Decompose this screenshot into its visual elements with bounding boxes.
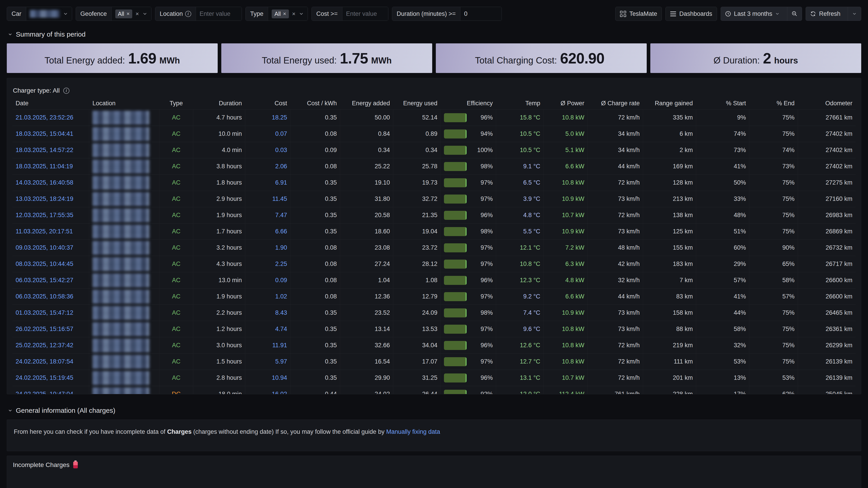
charge-date-link[interactable]: 06.03.2025, 10:58:36: [12, 289, 89, 304]
col-header-charge-rate[interactable]: Ø Charge rate: [588, 97, 643, 109]
charge-date-link[interactable]: 26.02.2025, 15:16:57: [12, 321, 89, 337]
charge-date-link[interactable]: 18.03.2025, 15:04:41: [12, 126, 89, 142]
refresh-button[interactable]: Refresh: [806, 7, 844, 21]
charge-date-link[interactable]: 21.03.2025, 23:52:26: [12, 109, 89, 126]
odometer-cell: 26600 km: [798, 289, 856, 304]
charge-date-link[interactable]: 14.03.2025, 16:40:58: [12, 175, 89, 191]
table-row: 12.03.2025, 17:55:35 AC 1.9 hours 7.47 0…: [12, 207, 856, 223]
car-select[interactable]: [26, 7, 72, 21]
charge-date-link[interactable]: 12.03.2025, 17:55:35: [12, 207, 89, 223]
cost-link[interactable]: 2.06: [245, 158, 290, 174]
energy-used-cell: 26.44: [393, 386, 441, 394]
efficiency-value: 97%: [480, 293, 493, 300]
col-header-temp[interactable]: Temp: [496, 97, 544, 109]
cost-link[interactable]: 0.09: [245, 272, 290, 288]
col-header-range-gained[interactable]: Range gained: [643, 97, 696, 109]
col-header-cost[interactable]: Cost: [245, 97, 290, 109]
info-icon[interactable]: i: [63, 88, 69, 94]
clear-icon[interactable]: ×: [135, 11, 139, 17]
cost-link[interactable]: 0.07: [245, 126, 290, 142]
geofence-tag[interactable]: All×: [115, 9, 132, 18]
pct-start-cell: 50%: [696, 175, 749, 191]
cost-link[interactable]: 1.90: [245, 240, 290, 256]
charge-date-link[interactable]: 18.03.2025, 11:04:19: [12, 158, 89, 174]
col-header-energy-added[interactable]: Energy added: [340, 97, 393, 109]
cost-link[interactable]: 11.91: [245, 337, 290, 353]
cost-link[interactable]: 5.97: [245, 354, 290, 369]
charge-date-link[interactable]: 09.03.2025, 10:40:37: [12, 240, 89, 256]
cost-link[interactable]: 18.25: [245, 109, 290, 126]
charge-date-link[interactable]: 08.03.2025, 10:44:45: [12, 256, 89, 272]
duration-input[interactable]: [464, 10, 498, 18]
avg-power-cell: 10.8 kW: [544, 109, 588, 126]
cost-link[interactable]: 7.47: [245, 207, 290, 223]
location-input[interactable]: [199, 10, 238, 18]
col-header-power[interactable]: Ø Power: [544, 97, 588, 109]
duration-cell: 2.2 hours: [193, 305, 245, 321]
charge-date-link[interactable]: 06.03.2025, 15:42:27: [12, 272, 89, 288]
cost-link[interactable]: 10.94: [245, 370, 290, 386]
general-section-header[interactable]: General information (All charges): [8, 406, 861, 415]
avg-power-cell: 6.3 kW: [544, 256, 588, 272]
charge-rate-cell: 42 km/h: [588, 256, 643, 272]
location-redacted-blur: [92, 322, 149, 336]
clear-icon[interactable]: ×: [292, 11, 296, 17]
tag-remove-icon[interactable]: ×: [283, 11, 286, 17]
col-header-date[interactable]: Date: [12, 97, 89, 109]
summary-section-header[interactable]: Summary of this period: [8, 30, 861, 39]
type-select[interactable]: All× ×: [268, 7, 308, 21]
col-header-type[interactable]: Type: [159, 97, 193, 109]
efficiency-value: 98%: [480, 228, 493, 235]
time-range-button[interactable]: Last 3 months: [721, 7, 784, 21]
col-header-location[interactable]: Location: [89, 97, 159, 109]
charge-date-link[interactable]: 11.03.2025, 20:17:51: [12, 223, 89, 239]
geofence-select[interactable]: All× ×: [112, 7, 151, 21]
zoom-out-time-button[interactable]: [787, 7, 802, 21]
charge-date-link[interactable]: 13.03.2025, 18:24:19: [12, 191, 89, 207]
stat-panel: Total Charging Cost: 620.90: [436, 43, 647, 73]
teslamate-button[interactable]: TeslaMate: [615, 7, 662, 21]
efficiency-value: 97%: [480, 358, 493, 365]
duration-cell: 4.3 hours: [193, 256, 245, 272]
cost-link[interactable]: 8.43: [245, 305, 290, 321]
cost-link[interactable]: 0.03: [245, 142, 290, 158]
energy-used-cell: 0.34: [393, 142, 441, 158]
pct-start-cell: 13%: [696, 370, 749, 386]
col-header-duration[interactable]: Duration: [193, 97, 245, 109]
dashboards-button[interactable]: Dashboards: [665, 7, 717, 21]
cost-link[interactable]: 2.25: [245, 256, 290, 272]
cost-input[interactable]: [346, 10, 384, 18]
col-header-cost-kwh[interactable]: Cost / kWh: [290, 97, 340, 109]
charge-date-link[interactable]: 25.02.2025, 12:37:42: [12, 337, 89, 353]
location-cell: [89, 305, 159, 321]
energy-added-cell: 16.54: [340, 354, 393, 369]
charge-date-link[interactable]: 24.02.2025, 15:19:45: [12, 370, 89, 386]
range-gained-cell: 335 km: [643, 109, 696, 126]
cost-per-kwh-cell: 0.08: [290, 289, 340, 304]
type-tag[interactable]: All×: [272, 9, 289, 18]
table-row: 06.03.2025, 10:58:36 AC 1.9 hours 1.02 0…: [12, 288, 856, 304]
refresh-interval-button[interactable]: [848, 7, 861, 21]
pct-end-cell: 58%: [749, 272, 798, 288]
tag-remove-icon[interactable]: ×: [126, 11, 129, 17]
charge-date-link[interactable]: 24.02.2025, 10:47:04: [12, 386, 89, 394]
charge-date-link[interactable]: 01.03.2025, 15:47:12: [12, 305, 89, 321]
geofence-filter-label: Geofence: [76, 7, 112, 21]
cost-link[interactable]: 6.91: [245, 175, 290, 191]
charge-date-link[interactable]: 24.02.2025, 18:07:54: [12, 354, 89, 369]
stat-value: 1.69: [128, 50, 156, 67]
duration-filter-label: Duration (minutes) >=: [392, 7, 460, 21]
col-header-odometer[interactable]: Odometer: [798, 97, 856, 109]
manually-fixing-data-link[interactable]: Manually fixing data: [386, 428, 440, 435]
charge-date-link[interactable]: 18.03.2025, 14:57:22: [12, 142, 89, 158]
info-icon[interactable]: i: [185, 11, 191, 17]
col-header-energy-used[interactable]: Energy used: [393, 97, 441, 109]
cost-link[interactable]: 1.02: [245, 289, 290, 304]
cost-link[interactable]: 16.02: [245, 386, 290, 394]
cost-link[interactable]: 6.66: [245, 223, 290, 239]
col-header-efficiency[interactable]: Efficiency: [441, 97, 496, 109]
cost-link[interactable]: 11.45: [245, 191, 290, 207]
col-header-pct-start[interactable]: % Start: [696, 97, 749, 109]
col-header-pct-end[interactable]: % End: [749, 97, 798, 109]
cost-link[interactable]: 4.74: [245, 321, 290, 337]
